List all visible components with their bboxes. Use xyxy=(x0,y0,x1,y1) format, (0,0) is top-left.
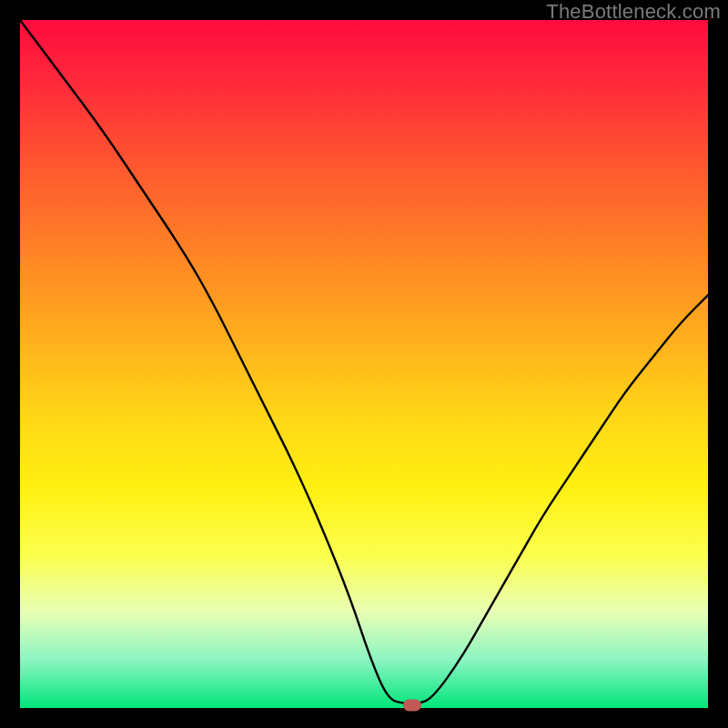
plot-area xyxy=(20,20,708,708)
optimal-point-marker xyxy=(403,699,421,711)
chart-container: TheBottleneck.com xyxy=(0,0,728,728)
bottleneck-curve xyxy=(20,20,708,708)
watermark-text: TheBottleneck.com xyxy=(546,0,721,24)
